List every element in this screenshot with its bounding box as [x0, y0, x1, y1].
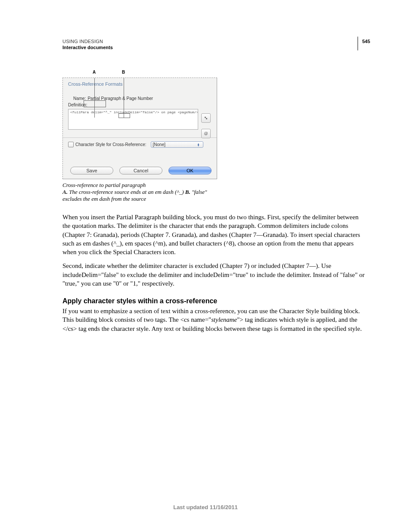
header-section: Interactive documents	[62, 45, 368, 50]
chevron-updown-icon: ▲▼	[196, 143, 201, 146]
cross-reference-formats-dialog: Cross-Reference Formats Name: Partial Pa…	[62, 78, 217, 179]
special-characters-menu-button[interactable]: @	[201, 129, 211, 138]
save-button[interactable]: Save	[70, 167, 113, 174]
divider	[63, 137, 217, 138]
char-style-dropdown[interactable]: [None] ▲▼	[151, 141, 203, 148]
caption-a-label: A.	[62, 189, 68, 195]
subhead-apply-character-styles: Apply character styles within a cross-re…	[62, 297, 368, 305]
name-value[interactable]: Partial Paragraph & Page Number	[87, 96, 153, 101]
definition-field[interactable]: <fullPara delim="^_" includeDelim="false…	[68, 109, 198, 130]
dialog-title: Cross-Reference Formats	[68, 81, 212, 87]
caption-a-text: The cross-reference source ends at an em…	[68, 189, 185, 195]
figure-caption-line2: A. The cross-reference source ends at an…	[62, 189, 218, 202]
char-style-checkbox[interactable]	[68, 142, 74, 147]
char-style-label: Character Style for Cross-Reference:	[75, 142, 146, 147]
figure-caption-line1: Cross-reference to partial paragraph	[62, 182, 218, 189]
name-label: Name:	[73, 96, 86, 101]
footer-last-updated: Last updated 11/16/2011	[0, 504, 411, 510]
body-paragraph-1: When you insert the Partial Paragraph bu…	[62, 213, 368, 256]
body-paragraph-2: Second, indicate whether the delimiter c…	[62, 261, 368, 288]
callout-b-leader	[124, 78, 124, 118]
cancel-button[interactable]: Cancel	[119, 167, 162, 174]
page-number-rule	[358, 37, 358, 50]
callout-labels: A B	[62, 70, 218, 78]
callout-b-label: B	[122, 70, 125, 75]
building-blocks-menu-button[interactable]	[201, 113, 211, 123]
char-style-value: [None]	[153, 142, 165, 147]
callout-a-leader	[94, 78, 95, 118]
body-paragraph-3: If you want to emphasize a section of te…	[62, 307, 368, 333]
header-title: USING INDESIGN	[62, 39, 368, 44]
dialog-figure: A B Cross-Reference Formats Name: Partia…	[62, 70, 218, 202]
callout-a-label: A	[93, 70, 96, 75]
p3-stylename: stylename	[211, 316, 237, 323]
ok-button[interactable]: OK	[168, 167, 212, 174]
page-number: 545	[362, 39, 370, 44]
definition-label: Definition:	[68, 103, 87, 107]
caption-b-label: B.	[185, 189, 190, 195]
at-icon: @	[204, 131, 208, 136]
